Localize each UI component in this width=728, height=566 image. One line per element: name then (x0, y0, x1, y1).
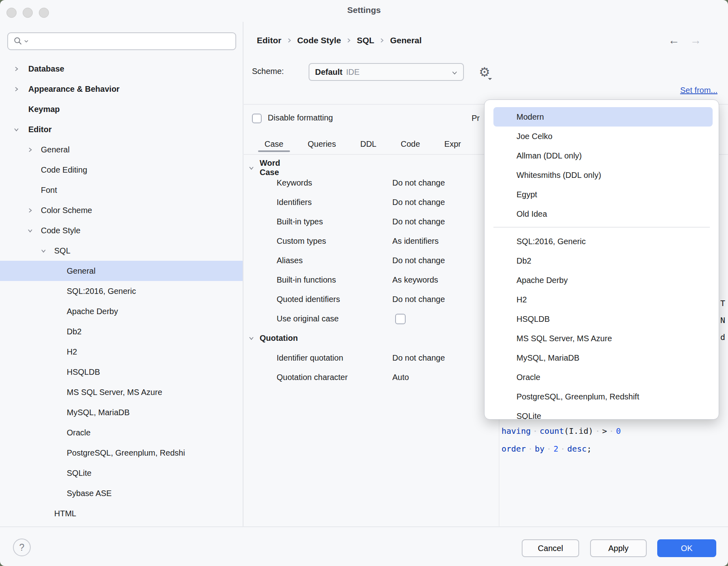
popup-item-ms-sql-server-ms-azure[interactable]: MS SQL Server, MS Azure (485, 329, 719, 348)
tree-item-oracle[interactable]: Oracle (0, 422, 243, 443)
tab-ddl[interactable]: DDL (354, 135, 383, 153)
section-title: Quotation (260, 334, 298, 343)
setting-value-quoted-identifiers[interactable]: Do not change (392, 295, 445, 304)
tab-expr[interactable]: Expr (438, 135, 468, 153)
popup-item-oracle[interactable]: Oracle (485, 367, 719, 387)
tab-label: DDL (360, 139, 377, 149)
popup-item-allman-ddl-only[interactable]: Allman (DDL only) (485, 146, 719, 165)
tree-item-postgresql-greenplum-redshi[interactable]: PostgreSQL, Greenplum, Redshi (0, 443, 243, 463)
disable-formatting-checkbox[interactable] (252, 114, 262, 123)
tree-item-label: Editor (28, 125, 52, 134)
section-header-quotation[interactable]: Quotation (249, 334, 298, 343)
popup-item-whitesmiths-ddl-only[interactable]: Whitesmiths (DDL only) (485, 165, 719, 185)
popup-item-egypt[interactable]: Egypt (485, 185, 719, 204)
popup-item-h2[interactable]: H2 (485, 290, 719, 309)
popup-item-joe-celko[interactable]: Joe Celko (485, 127, 719, 146)
tree-item-label: Oracle (67, 428, 91, 437)
tree-item-label: Code Style (41, 226, 80, 235)
preview-clipped-fragment: T (720, 298, 725, 308)
ok-button[interactable]: OK (657, 539, 716, 557)
tree-item-ms-sql-server-ms-azure[interactable]: MS SQL Server, MS Azure (0, 382, 243, 402)
popup-item-postgresql-greenplum-redshift[interactable]: PostgreSQL, Greenplum, Redshift (485, 387, 719, 406)
back-arrow-icon[interactable]: ← (668, 35, 679, 46)
setting-label-quoted-identifiers: Quoted identifiers (277, 295, 340, 304)
setting-value-custom-types[interactable]: As identifiers (392, 237, 439, 246)
popup-item-modern[interactable]: Modern (493, 107, 713, 127)
chevron-right-icon[interactable] (26, 208, 34, 213)
setting-value-keywords[interactable]: Do not change (392, 178, 445, 188)
code-token-ws: · (607, 426, 616, 436)
tree-item-general[interactable]: General (0, 139, 243, 160)
tree-item-label: Appearance & Behavior (28, 84, 120, 94)
search-input[interactable] (7, 32, 236, 50)
section-collapse-icon[interactable] (249, 165, 254, 171)
tree-item-hsqldb[interactable]: HSQLDB (0, 362, 243, 382)
cancel-button[interactable]: Cancel (522, 539, 579, 557)
tree-item-label: Db2 (67, 327, 82, 336)
tree-item-code-editing[interactable]: Code Editing (0, 160, 243, 180)
section-header-word-case[interactable]: Word Case (249, 158, 280, 177)
tree-item-keymap[interactable]: Keymap (0, 99, 243, 119)
preview-clipped-fragment: d (720, 332, 725, 342)
tree-item-db2[interactable]: Db2 (0, 321, 243, 342)
tree-item-label: MySQL, MariaDB (67, 408, 130, 417)
question-mark-icon: ? (19, 542, 25, 553)
chevron-right-icon[interactable] (12, 87, 20, 92)
code-token-ws: · (558, 444, 567, 454)
tree-item-apache-derby[interactable]: Apache Derby (0, 301, 243, 321)
code-token-num: 2 (553, 444, 558, 454)
scheme-value: Default (315, 68, 343, 77)
tree-item-sql[interactable]: SQL (0, 241, 243, 261)
tree-item-sybase-ase[interactable]: Sybase ASE (0, 483, 243, 503)
popup-item-apache-derby[interactable]: Apache Derby (485, 270, 719, 290)
code-token-ws: · (593, 426, 602, 436)
help-button[interactable]: ? (13, 539, 31, 556)
chevron-down-icon[interactable] (12, 127, 20, 132)
breadcrumb-item-code-style: Code Style (297, 36, 341, 45)
tree-item-appearance-behavior[interactable]: Appearance & Behavior (0, 79, 243, 99)
code-token-kw: order (502, 444, 526, 454)
tree-item-sqlite[interactable]: SQLite (0, 463, 243, 483)
set-from-link[interactable]: Set from... (680, 86, 717, 95)
setting-value-quotation-character[interactable]: Auto (392, 373, 409, 382)
setting-value-built-in-functions[interactable]: As keywords (392, 275, 438, 285)
setting-value-aliases[interactable]: Do not change (392, 256, 445, 265)
tree-item-html[interactable]: HTML (0, 503, 243, 524)
chevron-down-icon[interactable] (39, 248, 47, 253)
scheme-actions-button[interactable]: ⚙ (476, 63, 493, 81)
tree-item-database[interactable]: Database (0, 59, 243, 79)
checkbox-use-original-case[interactable] (395, 314, 406, 324)
tree-item-sql-2016-generic[interactable]: SQL:2016, Generic (0, 281, 243, 301)
popup-item-sql-2016-generic[interactable]: SQL:2016, Generic (485, 232, 719, 251)
tree-item-code-style[interactable]: Code Style (0, 220, 243, 241)
tab-label: Expr (444, 139, 461, 149)
popup-item-sqlite[interactable]: SQLite (485, 406, 719, 420)
section-collapse-icon[interactable] (249, 336, 254, 341)
chevron-right-icon[interactable] (12, 66, 20, 72)
popup-item-old-idea[interactable]: Old Idea (485, 204, 719, 224)
tree-item-h2[interactable]: H2 (0, 342, 243, 362)
setting-value-identifiers[interactable]: Do not change (392, 198, 445, 207)
tree-item-mysql-mariadb[interactable]: MySQL, MariaDB (0, 402, 243, 422)
scheme-combobox[interactable]: Default IDE (309, 63, 464, 81)
tab-case[interactable]: Case (258, 135, 290, 153)
popup-item-hsqldb[interactable]: HSQLDB (485, 309, 719, 329)
setting-label-keywords: Keywords (277, 178, 312, 188)
popup-item-mysql-mariadb[interactable]: MySQL, MariaDB (485, 348, 719, 367)
tree-item-color-scheme[interactable]: Color Scheme (0, 200, 243, 220)
popup-item-db2[interactable]: Db2 (485, 251, 719, 270)
setting-value-identifier-quotation[interactable]: Do not change (392, 353, 445, 363)
setting-value-built-in-types[interactable]: Do not change (392, 217, 445, 226)
apply-button[interactable]: Apply (590, 539, 647, 557)
tree-item-editor[interactable]: Editor (0, 119, 243, 139)
code-token-pl: > (602, 426, 607, 436)
tree-item-label: SQL:2016, Generic (67, 287, 136, 296)
chevron-right-icon[interactable] (26, 147, 34, 152)
tree-item-general[interactable]: General (0, 261, 243, 281)
disable-formatting-label: Disable formatting (268, 113, 333, 122)
tab-queries[interactable]: Queries (301, 135, 343, 153)
tab-code[interactable]: Code (394, 135, 427, 153)
tree-item-font[interactable]: Font (0, 180, 243, 200)
chevron-down-icon[interactable] (26, 228, 34, 233)
code-token-kw: by (535, 444, 544, 454)
